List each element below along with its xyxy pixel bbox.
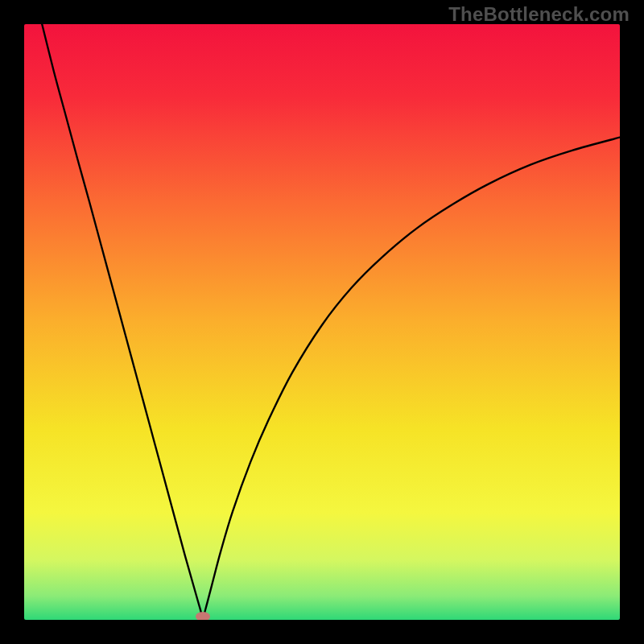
curve-layer [24,24,620,620]
watermark-text: TheBottleneck.com [448,3,630,26]
plot-area [24,24,620,620]
optimum-marker [196,612,210,620]
bottleneck-chart: TheBottleneck.com [0,0,644,644]
bottleneck-curve-path [42,24,620,617]
